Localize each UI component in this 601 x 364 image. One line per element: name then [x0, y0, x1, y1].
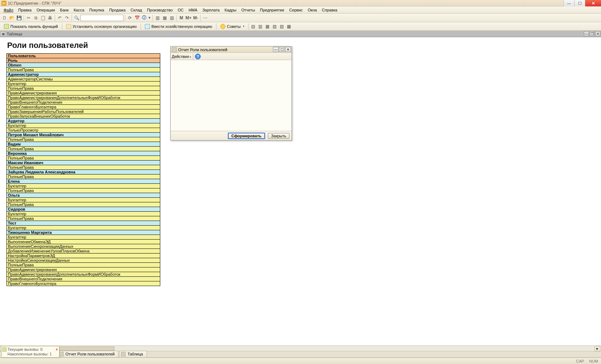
info-icon[interactable]: ⓘ — [141, 15, 147, 21]
enter-operation-label: Ввести хозяйственную операцию — [151, 24, 212, 29]
report-role-row: ДобавлениеИзменениеУзловПлановОбмена — [7, 249, 160, 254]
calls-popup: × Текущие вызовы: 0 Накопленные вызовы: … — [1, 346, 59, 358]
menu-purchase[interactable]: Покупка — [87, 7, 107, 13]
extra5-icon[interactable]: ▨ — [279, 23, 285, 30]
extra1-icon[interactable]: ▤ — [250, 23, 256, 30]
minimize-button[interactable]: — — [563, 0, 574, 6]
doc-minimize-button[interactable]: — — [584, 31, 589, 36]
menu-cashbox[interactable]: Касса — [72, 7, 87, 13]
toolbar-standard: 🗋 📂 💾 ✂ ⧉ 📋 🖶 ↶ ↷ 🔍 ⟳ 📅 ⓘ ▾ ▥ ▦ ▧ M M+ M… — [0, 14, 601, 22]
report-dialog: Отчет Роли пользователей — ☐ ✕ Действия … — [170, 46, 292, 141]
extra3-icon[interactable]: ▦ — [264, 23, 271, 30]
dialog-minimize-button[interactable]: — — [273, 47, 279, 52]
report-header-role: Роль — [7, 58, 160, 63]
new-icon[interactable]: 🗋 — [1, 15, 8, 21]
menu-help[interactable]: Справка — [320, 7, 339, 13]
report-role-row: ПолныеПрава — [7, 68, 160, 72]
calls-popup-close-icon[interactable]: × — [56, 347, 58, 352]
scroll-right-icon[interactable]: ► — [595, 346, 600, 351]
dialog-close-button[interactable]: ✕ — [285, 47, 291, 52]
report-table: ПользовательРольObmenПолныеПраваАдминист… — [6, 53, 160, 286]
report-user-row: Зайцева Людмила Александровна — [7, 170, 160, 174]
calendar-icon[interactable]: 📅 — [134, 15, 140, 21]
copy-icon[interactable]: ⧉ — [33, 15, 39, 21]
dialog-titlebar[interactable]: Отчет Роли пользователей — ☐ ✕ — [171, 46, 292, 53]
menu-service[interactable]: Сервис — [287, 7, 305, 13]
menu-production[interactable]: Производство — [145, 7, 175, 13]
report-user-row: Тест — [7, 221, 160, 226]
statusbar: CAP NUM — [0, 358, 601, 364]
menu-windows[interactable]: Окна — [306, 7, 319, 13]
report-user-row: Елена — [7, 179, 160, 184]
tool-b-icon[interactable]: ▦ — [161, 15, 168, 21]
report-role-row: ПолныеПрава — [7, 263, 160, 267]
horizontal-scrollbar[interactable]: ◄ ► — [0, 345, 601, 351]
show-function-panel-button[interactable]: Показать панель функций — [1, 23, 60, 30]
m-plus-icon[interactable]: M+ — [185, 15, 192, 21]
enter-operation-button[interactable]: Ввести хозяйственную операцию — [142, 23, 215, 30]
app-logo-icon: 1c — [1, 1, 6, 6]
window-title: 1С:Предприятие - СПК "ЛУЧ" — [8, 1, 61, 5]
window-tab-table[interactable]: Таблица — [119, 351, 147, 357]
report-role-row: ПравоАдминистрирования — [7, 91, 160, 95]
tool-c-icon[interactable]: ▧ — [168, 15, 175, 21]
report-role-row: ПолныеПрава — [7, 174, 160, 179]
tool-a-icon[interactable]: ▥ — [154, 15, 161, 21]
extra6-icon[interactable]: ▩ — [286, 23, 292, 30]
menu-file[interactable]: Файл — [1, 7, 15, 13]
report-role-row: ПолныеПрава — [7, 202, 160, 207]
menu-bank[interactable]: Банк — [58, 7, 71, 13]
menu-personnel[interactable]: Кадры — [223, 7, 239, 13]
doc-close-button[interactable]: ✕ — [595, 31, 600, 36]
cut-icon[interactable]: ✂ — [25, 15, 32, 21]
panel-icon — [4, 24, 9, 29]
find-input[interactable] — [80, 15, 123, 21]
calls-line2: Накопленные вызовы: 1 — [8, 352, 52, 356]
dialog-icon — [172, 47, 177, 52]
menu-enterprise[interactable]: Предприятие — [258, 7, 287, 13]
info-dropdown-icon[interactable]: ▾ — [148, 15, 151, 20]
menu-operations[interactable]: Операции — [34, 7, 57, 13]
maximize-button[interactable]: ☐ — [574, 0, 585, 6]
status-num: NUM — [589, 359, 598, 363]
save-icon[interactable]: 💾 — [16, 15, 22, 21]
tab-table-icon — [121, 352, 126, 356]
paste-icon[interactable]: 📋 — [40, 15, 46, 21]
set-main-org-button[interactable]: Установить основную организацию — [64, 23, 140, 30]
m-minus-icon[interactable]: M- — [192, 15, 199, 21]
extra4-icon[interactable]: ▧ — [272, 23, 278, 30]
refresh-icon[interactable]: ⟳ — [127, 15, 133, 21]
menu-reports[interactable]: Отчеты — [239, 7, 257, 13]
close-button[interactable]: ✕ — [585, 0, 601, 6]
redo-icon[interactable]: ↷ — [64, 15, 70, 21]
dialog-maximize-button[interactable]: ☐ — [279, 47, 285, 52]
calls-icon — [3, 348, 6, 351]
menu-edit[interactable]: Правка — [16, 7, 34, 13]
doc-restore-button[interactable]: ❐ — [590, 31, 595, 36]
generate-button[interactable]: Сформировать — [228, 133, 265, 139]
dialog-actions-menu[interactable]: Действия — [172, 54, 191, 59]
report-user-row: Сидоров — [7, 207, 160, 212]
more-icon[interactable]: ⋯ — [202, 15, 209, 21]
print-icon[interactable]: 🖶 — [47, 15, 53, 21]
report-role-row: Бухгалтер — [7, 212, 160, 216]
extra2-icon[interactable]: ▥ — [257, 23, 264, 30]
close-dialog-button[interactable]: Закрыть — [268, 133, 289, 139]
menu-os[interactable]: ОС — [176, 7, 186, 13]
tips-button[interactable]: Советы — [218, 23, 246, 30]
menu-nma[interactable]: НМА — [186, 7, 199, 13]
report-role-row: ПолныеПрава — [7, 137, 160, 142]
undo-icon[interactable]: ↶ — [57, 15, 63, 21]
window-tab-report[interactable]: Отчет Роли пользователей — [57, 351, 118, 357]
help-icon[interactable]: ? — [195, 54, 201, 59]
m-icon[interactable]: M — [178, 15, 185, 21]
menu-payroll[interactable]: Зарплата — [200, 7, 222, 13]
report-role-row: ПравоАдминистрированияДополнительныхФорм… — [7, 272, 160, 277]
find-icon[interactable]: 🔍 — [73, 15, 80, 21]
menubar: Файл Правка Операции Банк Касса Покупка … — [0, 6, 601, 14]
dialog-footer: Сформировать Закрыть — [171, 131, 292, 140]
menu-warehouse[interactable]: Склад — [128, 7, 144, 13]
open-icon[interactable]: 📂 — [9, 15, 15, 21]
dialog-body — [171, 60, 292, 131]
menu-sale[interactable]: Продажа — [107, 7, 128, 13]
